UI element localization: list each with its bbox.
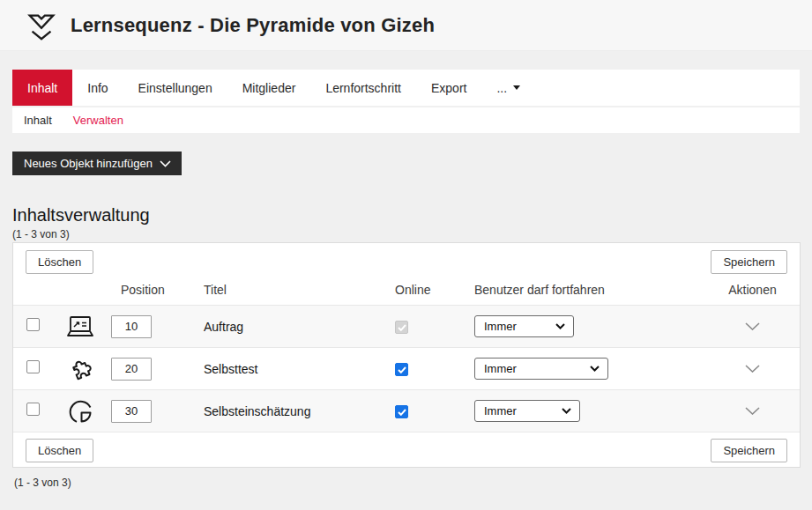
caret-down-icon (513, 85, 520, 90)
table-row: Selbsteinschätzung Immer (13, 389, 800, 432)
tab-lernfortschritt[interactable]: Lernfortschritt (310, 70, 416, 106)
learning-sequence-icon (25, 9, 58, 42)
tab-inhalt[interactable]: Inhalt (12, 70, 72, 106)
row-select-checkbox[interactable] (26, 360, 40, 373)
online-checkbox (395, 321, 408, 334)
row-actions-chevron[interactable] (741, 319, 764, 334)
row-title: Selbsteinschätzung (204, 404, 395, 418)
survey-pie-icon (64, 395, 96, 427)
proceed-select[interactable]: Immer (474, 358, 608, 380)
add-object-button[interactable]: Neues Objekt hinzufügen (12, 152, 182, 175)
proceed-select[interactable]: Immer (474, 315, 574, 337)
main-tabbar: Inhalt Info Einstellungen Mitglieder Ler… (12, 70, 800, 106)
column-header-title: Titel (204, 283, 395, 297)
online-checkbox[interactable] (395, 405, 408, 418)
tab-einstellungen[interactable]: Einstellungen (123, 70, 227, 106)
add-object-label: Neues Objekt hinzufügen (24, 157, 153, 170)
table-row: Selbsttest Immer (13, 347, 800, 389)
row-actions-chevron[interactable] (741, 361, 764, 376)
content-table: Löschen Speichern Position Titel Online … (12, 242, 801, 468)
exercise-laptop-icon (63, 312, 97, 342)
column-header-actions: Aktionen (704, 283, 801, 297)
position-input[interactable] (111, 400, 152, 423)
tab-mitglieder[interactable]: Mitglieder (227, 70, 311, 106)
subtab-verwalten[interactable]: Verwalten (73, 114, 123, 127)
table-row: Auftrag Immer (13, 305, 800, 347)
sub-tabbar: Inhalt Verwalten (12, 107, 800, 133)
proceed-select-value: Immer (484, 404, 517, 418)
column-header-position: Position (108, 283, 204, 297)
tab-more-label: ... (496, 81, 507, 95)
section-title: Inhaltsverwaltung (12, 205, 800, 225)
row-select-checkbox[interactable] (26, 403, 40, 416)
tab-info[interactable]: Info (72, 70, 123, 106)
row-title: Auftrag (204, 320, 395, 334)
delete-button-bottom[interactable]: Löschen (26, 439, 93, 462)
tab-export[interactable]: Export (416, 70, 481, 106)
tab-more[interactable]: ... (481, 70, 535, 106)
row-actions-chevron[interactable] (741, 403, 764, 418)
range-info-top: (1 - 3 von 3) (12, 228, 800, 240)
save-button-bottom[interactable]: Speichern (711, 439, 787, 462)
proceed-select-value: Immer (484, 362, 517, 375)
proceed-select[interactable]: Immer (474, 400, 580, 422)
page-header: Lernsequenz - Die Pyramide von Gizeh (0, 0, 812, 51)
delete-button-top[interactable]: Löschen (26, 250, 93, 274)
row-select-checkbox[interactable] (26, 318, 40, 331)
page-title: Lernsequenz - Die Pyramide von Gizeh (71, 14, 435, 37)
table-header-row: Position Titel Online Benutzer darf fort… (13, 278, 800, 305)
test-puzzle-icon (64, 353, 96, 385)
row-title: Selbsttest (204, 362, 395, 376)
column-header-online: Online (395, 283, 474, 297)
range-info-bottom: (1 - 3 von 3) (14, 477, 800, 489)
save-button-top[interactable]: Speichern (711, 250, 787, 274)
chevron-down-icon (160, 160, 171, 167)
proceed-select-value: Immer (484, 320, 517, 333)
position-input[interactable] (111, 315, 152, 338)
column-header-proceed: Benutzer darf fortfahren (474, 283, 704, 297)
subtab-inhalt[interactable]: Inhalt (24, 114, 52, 127)
position-input[interactable] (111, 358, 152, 381)
online-checkbox[interactable] (395, 363, 408, 376)
